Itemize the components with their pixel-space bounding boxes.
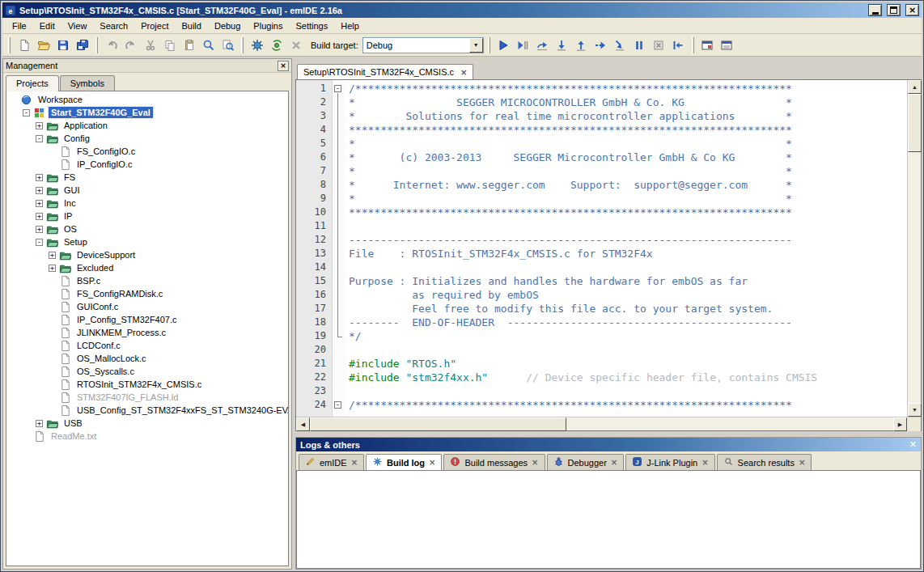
tree-item[interactable]: BSP.c bbox=[6, 274, 288, 287]
logs-tab-close-icon[interactable]: × bbox=[429, 458, 435, 467]
various-info-button[interactable] bbox=[718, 36, 736, 54]
toolbar-grip[interactable] bbox=[95, 37, 98, 53]
logs-tab-close-icon[interactable]: × bbox=[351, 458, 358, 467]
menu-view[interactable]: View bbox=[61, 19, 94, 33]
code-area[interactable]: 1-/*************************************… bbox=[296, 80, 907, 417]
tree-item[interactable]: +GUI bbox=[6, 184, 288, 197]
find-button[interactable] bbox=[199, 36, 218, 54]
debug-run-button[interactable] bbox=[494, 36, 513, 54]
step-into-button[interactable] bbox=[553, 36, 571, 54]
tree-item[interactable]: +Excluded bbox=[6, 261, 288, 274]
interrupt-button[interactable] bbox=[669, 36, 688, 54]
tree-item[interactable]: RTOSInit_STM32F4x_CMSIS.c bbox=[6, 378, 288, 391]
open-file-button[interactable] bbox=[34, 36, 53, 54]
expand-icon[interactable]: + bbox=[36, 420, 43, 427]
close-button[interactable]: × bbox=[905, 4, 919, 16]
collapse-icon[interactable]: - bbox=[36, 135, 43, 142]
tab-projects[interactable]: Projects bbox=[6, 75, 59, 91]
logs-tab-close-icon[interactable]: × bbox=[611, 458, 617, 467]
fold-margin[interactable]: - bbox=[332, 82, 345, 95]
tree-item[interactable]: +Application bbox=[6, 119, 288, 132]
redo-button[interactable] bbox=[121, 36, 140, 54]
logs-tab-build-messages[interactable]: Build messages× bbox=[443, 454, 545, 470]
tree-item[interactable]: FS_ConfigRAMDisk.c bbox=[6, 287, 288, 300]
tree-item[interactable]: +DeviceSupport bbox=[6, 248, 288, 261]
debugging-windows-button[interactable] bbox=[698, 36, 717, 54]
toolbar-grip[interactable] bbox=[692, 37, 694, 53]
step-into-instruction-button[interactable] bbox=[611, 36, 629, 54]
tree-item[interactable]: +OS bbox=[6, 222, 288, 235]
build-button[interactable] bbox=[248, 36, 266, 54]
logs-tab-debugger[interactable]: Debugger× bbox=[547, 454, 625, 470]
tree-item[interactable]: OS_MallocLock.c bbox=[6, 352, 288, 365]
expand-icon[interactable]: + bbox=[36, 187, 43, 194]
scroll-left-button[interactable]: ◀ bbox=[296, 417, 310, 431]
build-target-combobox[interactable]: Debug ▼ bbox=[362, 37, 484, 53]
collapse-icon[interactable]: - bbox=[36, 239, 43, 246]
scroll-down-button[interactable]: ▼ bbox=[908, 403, 922, 417]
tree-item[interactable]: -Config bbox=[6, 132, 288, 145]
horizontal-scroll-track[interactable] bbox=[310, 417, 893, 430]
maximize-button[interactable] bbox=[887, 4, 901, 16]
rebuild-button[interactable] bbox=[267, 36, 286, 54]
menu-build[interactable]: Build bbox=[175, 19, 207, 33]
menu-settings[interactable]: Settings bbox=[289, 19, 334, 33]
editor-tab-close-icon[interactable]: × bbox=[460, 68, 467, 77]
fold-toggle-icon[interactable]: - bbox=[334, 85, 341, 92]
scroll-up-button[interactable]: ▲ bbox=[908, 80, 922, 94]
editor-tab[interactable]: Setup\RTOSInit_STM32F4x_CMSIS.c × bbox=[297, 64, 473, 79]
undo-button[interactable] bbox=[102, 36, 121, 54]
minimize-button[interactable] bbox=[868, 4, 882, 16]
toolbar-grip[interactable] bbox=[241, 37, 244, 53]
toolbar-grip[interactable] bbox=[488, 37, 490, 53]
expand-icon[interactable]: + bbox=[36, 213, 43, 220]
editor-horizontal-scrollbar[interactable]: ◀ ▶ bbox=[296, 417, 921, 430]
editor-vertical-scrollbar[interactable]: ▲ ▼ bbox=[907, 80, 921, 417]
fold-margin[interactable]: - bbox=[332, 398, 345, 412]
logs-tab-j-link-plugin[interactable]: JJ-Link Plugin× bbox=[625, 454, 714, 470]
tree-item[interactable]: +FS bbox=[6, 171, 288, 184]
logs-close-button[interactable]: ✕ bbox=[909, 439, 917, 450]
menu-search[interactable]: Search bbox=[93, 19, 134, 33]
cut-button[interactable] bbox=[141, 36, 159, 54]
find-in-files-button[interactable] bbox=[218, 36, 237, 54]
new-file-button[interactable] bbox=[15, 36, 33, 54]
expand-icon[interactable]: + bbox=[36, 174, 43, 181]
logs-tab-close-icon[interactable]: × bbox=[532, 458, 538, 467]
logs-tab-close-icon[interactable]: × bbox=[701, 458, 708, 467]
tree-item[interactable]: GUIConf.c bbox=[6, 300, 288, 313]
tree-item[interactable]: +Inc bbox=[6, 197, 288, 210]
horizontal-splitter[interactable] bbox=[295, 431, 922, 437]
vertical-scroll-track[interactable] bbox=[908, 94, 921, 403]
vertical-scroll-thumb[interactable] bbox=[908, 94, 922, 152]
logs-tab-close-icon[interactable]: × bbox=[799, 458, 805, 467]
stop-debugger-button[interactable] bbox=[650, 36, 668, 54]
next-line-button[interactable] bbox=[533, 36, 552, 54]
expand-icon[interactable]: + bbox=[36, 122, 43, 129]
project-tree[interactable]: Workspace-Start_STM32F40G_Eval+Applicati… bbox=[6, 91, 289, 566]
logs-tab-search-results[interactable]: Search results× bbox=[717, 454, 812, 470]
tree-item[interactable]: FS_ConfigIO.c bbox=[6, 145, 288, 158]
menu-debug[interactable]: Debug bbox=[208, 19, 247, 33]
menu-file[interactable]: File bbox=[6, 19, 33, 33]
menu-project[interactable]: Project bbox=[134, 19, 175, 33]
expand-icon[interactable]: + bbox=[36, 226, 43, 233]
tree-item[interactable]: Workspace bbox=[6, 93, 288, 106]
break-debugger-button[interactable] bbox=[630, 36, 649, 54]
tree-item[interactable]: IP_ConfigIO.c bbox=[6, 158, 288, 171]
menu-plugins[interactable]: Plugins bbox=[247, 19, 289, 33]
expand-icon[interactable]: + bbox=[49, 265, 56, 272]
horizontal-scroll-thumb[interactable] bbox=[310, 417, 566, 431]
logs-tab-build-log[interactable]: Build log× bbox=[366, 454, 442, 470]
copy-button[interactable] bbox=[160, 36, 179, 54]
toolbar-grip[interactable] bbox=[8, 37, 11, 53]
tree-item[interactable]: +USB bbox=[6, 417, 288, 430]
tree-item[interactable]: USB_Config_ST_STM32F4xxFS_ST_STM3240G-EV… bbox=[6, 404, 288, 417]
tree-item[interactable]: -Start_STM32F40G_Eval bbox=[6, 106, 288, 119]
expand-icon[interactable]: + bbox=[49, 252, 56, 259]
paste-button[interactable] bbox=[180, 36, 198, 54]
tree-item[interactable]: JLINKMEM_Process.c bbox=[6, 326, 288, 339]
expand-icon[interactable]: + bbox=[36, 200, 43, 207]
scroll-right-button[interactable]: ▶ bbox=[893, 417, 907, 431]
run-to-cursor-button[interactable] bbox=[514, 36, 532, 54]
